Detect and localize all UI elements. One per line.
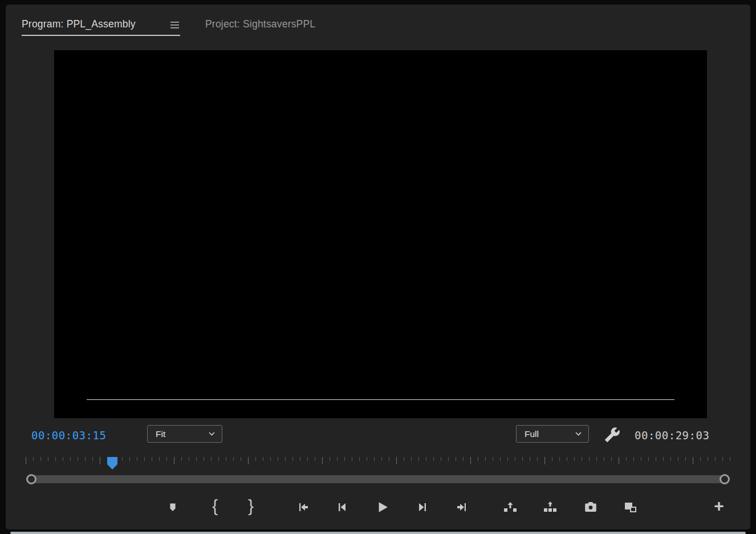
go-to-in-icon (296, 500, 310, 514)
mark-out-icon: } (248, 498, 254, 515)
tab-program-monitor[interactable]: Program: PPL_Assembly (22, 18, 136, 30)
zoom-handle-left[interactable] (26, 474, 36, 484)
step-back-button[interactable] (331, 494, 353, 520)
panel-menu-icon[interactable] (170, 21, 180, 29)
camera-icon (584, 500, 598, 514)
lift-icon (503, 500, 518, 514)
go-to-in-button[interactable] (292, 494, 315, 520)
playback-resolution-select[interactable]: Full (516, 425, 589, 443)
settings-wrench-icon[interactable] (604, 427, 620, 443)
add-marker-button[interactable] (161, 494, 184, 520)
extract-button[interactable] (539, 494, 562, 520)
button-editor-button[interactable]: + (708, 494, 730, 520)
step-back-icon (335, 500, 349, 514)
mark-out-button[interactable]: } (239, 494, 262, 520)
mark-in-icon: { (212, 498, 218, 515)
play-button[interactable] (371, 494, 393, 520)
step-forward-button[interactable] (411, 494, 434, 520)
comparison-view-icon (623, 500, 637, 514)
lift-button[interactable] (499, 494, 522, 520)
current-timecode[interactable]: 00:00:03:15 (31, 429, 106, 442)
video-preview (54, 50, 707, 418)
zoom-handle-right[interactable] (720, 474, 730, 484)
comparison-view-button[interactable] (619, 494, 641, 520)
go-to-out-icon (455, 500, 469, 514)
extract-icon (543, 500, 558, 514)
play-icon (375, 500, 389, 515)
plus-icon: + (714, 497, 724, 515)
chevron-down-icon (575, 431, 582, 436)
sequence-duration-timecode: 00:00:29:03 (635, 429, 709, 442)
step-forward-icon (416, 500, 429, 514)
video-frame-content-line (87, 399, 674, 400)
zoom-scrollbar[interactable] (27, 475, 729, 483)
chevron-down-icon (208, 431, 216, 436)
playhead-marker[interactable] (107, 457, 117, 470)
playback-resolution-value: Full (525, 429, 539, 439)
program-monitor-panel: Program: PPL_Assembly Project: Sightsave… (6, 5, 750, 529)
go-to-out-button[interactable] (450, 494, 473, 520)
panel-bottom-divider (10, 532, 746, 534)
tab-project[interactable]: Project: SightsaversPPL (205, 18, 315, 30)
mark-in-button[interactable]: { (204, 494, 226, 520)
zoom-level-select[interactable]: Fit (147, 425, 222, 443)
marker-icon (166, 501, 179, 513)
export-frame-button[interactable] (579, 494, 602, 520)
zoom-level-value: Fit (156, 429, 165, 439)
timeline-ruler[interactable] (26, 457, 730, 474)
active-tab-underline (22, 35, 180, 36)
